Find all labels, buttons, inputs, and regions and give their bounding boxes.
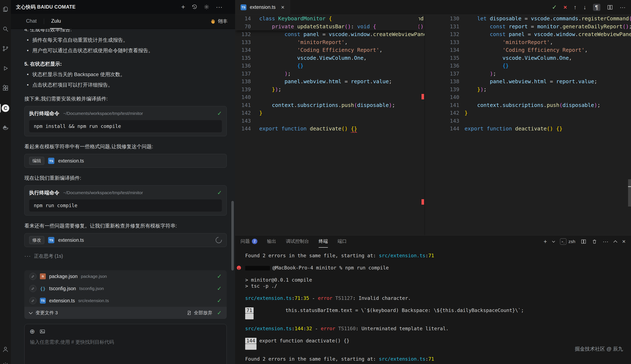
previous-change-icon[interactable]: ↑ [574,4,577,10]
tab-terminal[interactable]: 终端 [319,236,328,248]
changed-file-row[interactable]: TS extension.ts src/extension.ts ✓ [24,294,227,307]
terminal-instance-zsh[interactable]: >_ zsh [560,238,575,245]
code-token: function [281,126,306,132]
code-line[interactable]: 142} [235,109,424,117]
code-line[interactable]: 139 }); [235,86,424,94]
code-line[interactable]: 140 [425,93,631,101]
terminal-output[interactable]: Found 2 errors in the same file, startin… [235,248,631,364]
code-line[interactable]: 130 let disposable = vscode.commands.reg… [425,15,631,23]
tab-debug-console[interactable]: 调试控制台 [286,236,309,248]
code-line[interactable]: 70 private updateStatusBar(): void { [235,23,419,30]
code-line[interactable]: 136 {} [235,62,424,70]
file-edit-card[interactable]: 修改 TS extension.ts [24,233,227,247]
attach-plus-icon[interactable]: ⊕ [30,328,35,335]
tab-zulu[interactable]: Zulu [50,14,62,29]
maximize-panel-icon[interactable] [613,240,617,244]
code-line[interactable]: 132 const panel = vscode.window.createWe… [425,30,631,38]
code-line[interactable]: 136 {} [425,62,631,70]
settings-button[interactable] [0,362,11,364]
terminal-command-card[interactable]: 执行终端命令 ~/Documents/workspace/tmp/test/mi… [24,185,227,216]
code-line[interactable]: 134 'Coding Efficiency Report', [425,46,631,54]
code-line[interactable]: 143 [425,117,631,125]
code-token: ) [389,102,392,108]
code-line[interactable]: 137 ); [235,70,424,78]
close-panel-icon[interactable]: × [622,238,625,244]
split-terminal-icon[interactable] [581,239,586,244]
code-line[interactable]: 132 const panel = vscode.window.createWe… [235,30,424,38]
changed-file-row[interactable]: {} tsconfig.json tsconfig.json ✓ [24,282,227,294]
overview-ruler-error-mark[interactable] [422,199,424,205]
code-token: context [272,102,294,108]
tab-chat[interactable]: Chat [25,14,38,29]
diff-pane-modified[interactable]: 130 let disposable = vscode.commands.reg… [235,15,424,235]
code-line[interactable]: 135 vscode.ViewColumn.One, [235,54,424,62]
tab-problems[interactable]: 问题 2 [240,236,257,248]
accept-changes-icon[interactable]: ✓ [552,4,557,10]
sticky-scroll[interactable]: 14class KeyboardMonitor {70 private upda… [235,15,419,30]
code-line[interactable]: 137 ); [425,70,631,78]
code-line[interactable]: 139 }); [425,86,631,94]
settings-gear-icon[interactable] [204,4,209,10]
code-line[interactable]: 140 [235,93,424,101]
tab-output[interactable]: 输出 [267,236,276,248]
code-token [506,31,509,37]
line-number: 133 [235,38,251,46]
sidebar-item-extensions[interactable] [0,82,11,102]
editor-scrollbar[interactable] [628,179,631,206]
sidebar-item-source-control[interactable] [0,43,11,63]
overview-ruler-error-mark[interactable] [422,94,424,100]
accounts-button[interactable] [0,346,11,353]
sidebar-item-docker[interactable] [0,122,11,142]
tab-ports[interactable]: 端口 [338,236,347,248]
code-line[interactable]: 141 context.subscriptions.push(disposabl… [425,101,631,109]
code-line[interactable]: 141 context.subscriptions.push(disposabl… [235,101,424,109]
chat-bullet: 点击状态栏项目可以打开详细报告。 [24,81,227,88]
code-content-left: 130 let disposable = vscode.commands.reg… [235,15,424,133]
code-line[interactable]: 138 panel.webview.html = report.value; [425,78,631,86]
code-line[interactable]: 144export function deactivate() {} [235,125,424,133]
code-line[interactable]: 133 'minitorReport', [235,38,424,46]
code-line[interactable]: 144export function deactivate() {} [425,125,631,133]
sidebar-scrollbar[interactable] [231,201,234,270]
new-terminal-icon[interactable]: + [544,238,547,244]
image-icon[interactable] [40,328,45,334]
sidebar-item-run-debug[interactable] [0,63,11,82]
terminal-text: : [426,356,428,362]
next-change-icon[interactable]: ↓ [583,4,586,10]
new-chat-button[interactable]: + [181,4,185,10]
editor-tab-extension-ts[interactable]: TS extension.ts × [235,0,290,14]
code-token: = [319,31,329,37]
terminal-command-card[interactable]: 执行终端命令 ~/Documents/workspace/tmp/test/mi… [24,106,227,136]
reject-changes-icon[interactable]: × [564,4,567,10]
terminal-profile-chevron-icon[interactable] [552,240,555,242]
split-editor-icon[interactable] [607,4,613,10]
more-actions-icon[interactable]: ··· [603,238,608,244]
sidebar-item-explorer[interactable] [0,4,11,24]
code-line[interactable]: 143 [235,117,424,125]
chat-input-card[interactable]: ⊕ 停止生成 Ctrl+C [24,324,227,364]
terminal-text: 32 [306,326,312,331]
code-line[interactable]: 135 vscode.ViewColumn.One, [425,54,631,62]
code-line[interactable]: 133 'minitorReport', [425,38,631,46]
chat-input[interactable] [30,338,222,354]
kill-terminal-trash-icon[interactable] [592,239,597,244]
code-line[interactable]: 14class KeyboardMonitor { [235,15,419,23]
sidebar-item-comate[interactable]: C [0,102,11,122]
file-edit-card[interactable]: 编辑 TS extension.ts [24,154,227,168]
more-actions-icon[interactable]: ··· [620,4,625,10]
discard-all-button[interactable]: 全部放弃 [187,310,212,316]
more-actions-icon[interactable]: ··· [216,4,222,10]
chat-transcript[interactable]: 4. 生成每日效率报告: 插件在每天零点自动重置统计并生成报告。 用户也可以通过… [11,29,235,364]
close-tab-icon[interactable]: × [281,4,284,10]
changed-file-row[interactable]: n package.json package.json ✓ [24,270,227,282]
render-whitespace-icon[interactable]: ¶ [593,4,600,11]
code-line[interactable]: 134 'Coding Efficiency Report', [235,46,424,54]
code-line[interactable]: 142} [425,109,631,117]
chevron-down-icon[interactable] [29,310,33,314]
sidebar-item-search[interactable] [0,24,11,43]
code-line[interactable]: 138 panel.webview.html = report.value; [235,78,424,86]
user-account[interactable]: 翎丰 [210,18,227,24]
history-icon[interactable] [191,4,197,10]
code-line[interactable]: 131 const report = monitor.generateDaily… [425,23,631,30]
diff-pane-original[interactable]: 130 let disposable = vscode.commands.reg… [425,15,631,235]
